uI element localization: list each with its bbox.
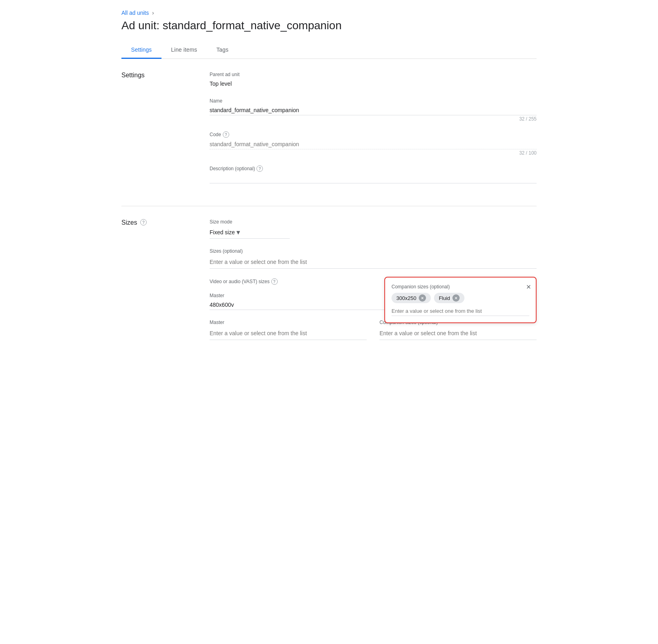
size-mode-dropdown[interactable]: Fixed size ▾ bbox=[210, 226, 290, 239]
description-label: Description (optional) ? bbox=[210, 165, 537, 172]
code-input[interactable] bbox=[210, 139, 537, 149]
breadcrumb-link[interactable]: All ad units bbox=[121, 10, 149, 16]
size-mode-group: Size mode Fixed size ▾ bbox=[210, 219, 537, 239]
name-label: Name bbox=[210, 98, 537, 104]
tab-settings[interactable]: Settings bbox=[121, 42, 161, 59]
tabs-bar: Settings Line items Tags bbox=[121, 42, 537, 59]
sizes-optional-input[interactable] bbox=[210, 256, 537, 269]
sizes-optional-label: Sizes (optional) bbox=[210, 248, 537, 254]
name-char-count: 32 / 255 bbox=[210, 116, 537, 122]
breadcrumb-chevron-icon: › bbox=[152, 10, 154, 16]
companion-tag-300x250-remove[interactable]: × bbox=[419, 294, 426, 302]
second-companion-input[interactable] bbox=[379, 327, 537, 340]
breadcrumb: All ad units › bbox=[121, 10, 537, 16]
description-group: Description (optional) ? bbox=[210, 165, 537, 183]
code-help-icon[interactable]: ? bbox=[223, 131, 229, 138]
companion-tag-fluid: Fluid × bbox=[434, 293, 464, 303]
companion-tag-fluid-value: Fluid bbox=[439, 295, 450, 301]
code-group: Code ? 32 / 100 bbox=[210, 131, 537, 156]
tab-line-items[interactable]: Line items bbox=[161, 42, 207, 59]
settings-content: Parent ad unit Top level Name 32 / 255 C… bbox=[210, 72, 537, 193]
sizes-help-icon[interactable]: ? bbox=[140, 219, 147, 225]
description-help-icon[interactable]: ? bbox=[256, 165, 263, 172]
code-label: Code ? bbox=[210, 131, 537, 138]
size-mode-label: Size mode bbox=[210, 219, 537, 225]
code-char-count: 32 / 100 bbox=[210, 150, 537, 156]
second-master-label: Master bbox=[210, 320, 367, 325]
parent-ad-unit-group: Parent ad unit Top level bbox=[210, 72, 537, 89]
settings-section: Settings Parent ad unit Top level Name 3… bbox=[121, 59, 537, 206]
dropdown-arrow-icon: ▾ bbox=[236, 228, 240, 237]
popup-close-button[interactable]: × bbox=[526, 282, 531, 292]
name-input[interactable] bbox=[210, 105, 537, 115]
companion-popup: Companion sizes (optional) 300x250 × Flu… bbox=[384, 277, 537, 323]
sizes-optional-group: Sizes (optional) bbox=[210, 248, 537, 269]
companion-tag-fluid-remove[interactable]: × bbox=[452, 294, 460, 302]
size-mode-value: Fixed size bbox=[210, 229, 235, 235]
name-group: Name 32 / 255 bbox=[210, 98, 537, 122]
parent-ad-unit-value: Top level bbox=[210, 79, 537, 89]
sizes-section: Sizes ? Size mode Fixed size ▾ Sizes (op… bbox=[121, 206, 537, 353]
companion-tags: 300x250 × Fluid × bbox=[392, 293, 529, 303]
sizes-section-label: Sizes ? bbox=[121, 219, 210, 340]
companion-tag-300x250: 300x250 × bbox=[392, 293, 431, 303]
companion-tag-300x250-value: 300x250 bbox=[396, 295, 416, 301]
parent-ad-unit-label: Parent ad unit bbox=[210, 72, 537, 77]
description-input[interactable] bbox=[210, 173, 537, 183]
companion-popup-title: Companion sizes (optional) bbox=[392, 284, 529, 290]
sizes-content: Size mode Fixed size ▾ Sizes (optional) … bbox=[210, 219, 537, 340]
settings-section-label: Settings bbox=[121, 72, 210, 193]
tab-tags[interactable]: Tags bbox=[207, 42, 238, 59]
second-master-input[interactable] bbox=[210, 327, 367, 340]
master-row: Master 480x600v Companion sizes (optiona… bbox=[210, 293, 537, 310]
second-master-col: Master bbox=[210, 320, 367, 340]
page-title: Ad unit: standard_format_native_companio… bbox=[121, 19, 537, 32]
companion-input[interactable] bbox=[392, 306, 529, 316]
vast-help-icon[interactable]: ? bbox=[271, 278, 278, 285]
